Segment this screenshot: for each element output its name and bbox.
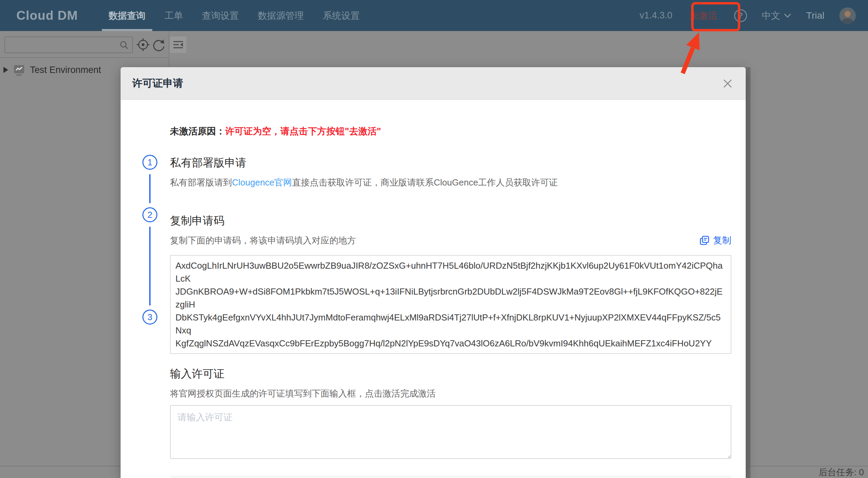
sidebar-divider: [0, 57, 169, 58]
main-nav: 数据查询 工单 查询设置 数据源管理 系统设置: [102, 0, 367, 31]
tree-node-environment[interactable]: Test Environment: [3, 64, 101, 76]
copy-button-label: 复制: [713, 234, 731, 247]
request-code-line: KgfZqglNSZdAVqzEVasqxCc9bFErEzpby5Bogg7H…: [175, 337, 726, 350]
license-notes: 1. 从未进行过许可证申请和激活 2. 许可证超过时长，社区版可以在官网重新申请…: [170, 476, 731, 478]
nav-item-query-settings[interactable]: 查询设置: [195, 0, 246, 31]
step-2-title: 复制申请码: [170, 213, 731, 228]
license-textarea[interactable]: [170, 405, 731, 459]
version-label: v1.4.3.0: [640, 10, 672, 21]
navbar-right: v1.4.3.0 未激活 ? 中文 Trial: [640, 0, 856, 31]
step-3-title: 输入许可证: [170, 366, 731, 381]
inactive-reason-label: 未激活原因：: [170, 126, 225, 136]
search-input[interactable]: [5, 40, 119, 50]
nav-item-system-settings[interactable]: 系统设置: [316, 0, 367, 31]
inactive-reason: 未激活原因：许可证为空，请点击下方按钮"去激活": [170, 125, 731, 137]
sidebar-search: [4, 36, 133, 53]
step-2-description: 复制下面的申请码，将该申请码填入对应的地方: [170, 234, 356, 247]
close-icon[interactable]: [723, 78, 733, 89]
avatar-image: [839, 8, 856, 24]
request-code-box[interactable]: AxdCogLhIrLNrUH3uwBBU2o5EwwrbZB9uaJIR8/z…: [170, 255, 731, 354]
language-switcher[interactable]: 中文: [762, 10, 791, 22]
search-icon: [119, 40, 129, 50]
request-code-line: DbKSTyk4gEefgxnVYvXL4hhJUt7JymMdtoFeramq…: [175, 311, 726, 337]
nav-item-datasource-management[interactable]: 数据源管理: [251, 0, 311, 31]
step-1-description: 私有部署版请到Clougence官网直接点击获取许可证，商业版请联系ClouGe…: [170, 176, 731, 189]
nav-item-tickets[interactable]: 工单: [158, 0, 190, 31]
nav-item-data-query[interactable]: 数据查询: [102, 0, 152, 31]
inactive-reason-text: 许可证为空，请点击下方按钮"去激活": [225, 126, 381, 136]
caret-right-icon[interactable]: [3, 67, 8, 73]
chevron-down-icon: [784, 13, 791, 18]
request-code-line: AxdCogLhIrLNrUH3uwBBU2o5EwwrbZB9uaJIR8/z…: [175, 259, 726, 285]
collapse-panel-icon: [173, 39, 184, 50]
official-site-link[interactable]: Clougence官网: [232, 177, 292, 188]
request-code-line: JDGnKBROA9+W+dSi8FOM1Pkbkm7t5J5WOSL+q+13…: [175, 285, 726, 311]
step-1-desc-prefix: 私有部署版请到: [170, 177, 232, 188]
step-1-desc-suffix: 直接点击获取许可证，商业版请联系ClouGence工作人员获取许可证: [292, 177, 558, 188]
modal-title: 许可证申请: [132, 76, 183, 90]
locate-icon[interactable]: [136, 37, 151, 52]
language-label: 中文: [762, 10, 780, 22]
modal-header: 许可证申请: [121, 67, 746, 100]
environment-icon: [13, 64, 25, 76]
avatar[interactable]: [839, 8, 856, 24]
app-logo: Cloud DM: [16, 9, 78, 23]
plan-label: Trial: [806, 10, 824, 21]
step-3-description: 将官网授权页面生成的许可证填写到下面输入框，点击激活完成激活: [170, 387, 731, 400]
copy-button[interactable]: 复制: [699, 234, 731, 247]
refresh-icon[interactable]: [152, 38, 166, 52]
step-1-title: 私有部署版申请: [170, 155, 731, 170]
copy-icon: [699, 235, 710, 245]
background-tasks-label[interactable]: 后台任务: 0: [819, 466, 864, 478]
license-request-modal: 许可证申请 1 2 3 未激活原因：许可证为空，请点击下方按钮"去激活" 私有部…: [121, 67, 746, 478]
modal-scrollbar[interactable]: [746, 67, 750, 478]
tree-node-label: Test Environment: [30, 65, 101, 75]
collapse-sidebar-button[interactable]: [170, 36, 186, 53]
modal-body: 未激活原因：许可证为空，请点击下方按钮"去激活" 私有部署版申请 私有部署版请到…: [121, 125, 746, 478]
annotation-highlight-box: [691, 2, 740, 31]
